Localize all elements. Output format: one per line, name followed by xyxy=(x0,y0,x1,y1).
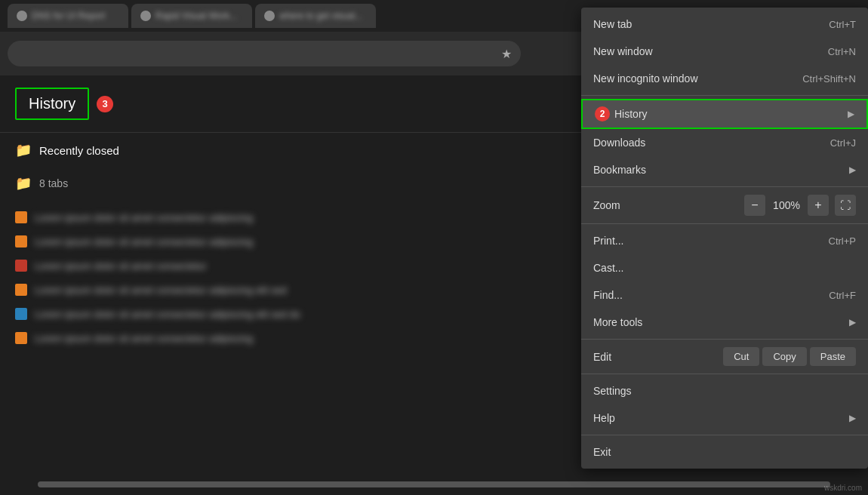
main-content: History 3 Ctrl+H 📁 Recently closed 📁 8 t… xyxy=(0,75,868,495)
menu-item-help[interactable]: Help ▶ xyxy=(581,404,868,432)
menu-item-label: More tools xyxy=(593,316,843,328)
menu-item-exit[interactable]: Exit xyxy=(581,438,868,466)
menu-item-settings[interactable]: Settings xyxy=(581,377,868,404)
site-icon xyxy=(15,235,27,247)
menu-divider xyxy=(581,339,868,340)
menu-item-find[interactable]: Find... Ctrl+F xyxy=(581,281,868,309)
menu-divider xyxy=(581,95,868,96)
site-icon xyxy=(15,308,27,320)
site-icon xyxy=(15,332,27,344)
site-icon xyxy=(15,284,27,296)
menu-item-label: Settings xyxy=(593,385,856,397)
menu-item-label: Find... xyxy=(593,289,829,301)
edit-label: Edit xyxy=(593,351,720,363)
site-icon xyxy=(15,260,27,272)
plus-icon: + xyxy=(814,198,821,212)
tab-3-favicon xyxy=(264,11,275,21)
paste-label: Paste xyxy=(820,351,845,362)
zoom-value: 100% xyxy=(771,199,802,211)
history-title: History xyxy=(15,88,89,120)
chrome-menu: New tab Ctrl+T New window Ctrl+N New inc… xyxy=(581,8,868,469)
tab-1[interactable]: DNS for UI Report xyxy=(8,4,128,28)
more-tools-arrow-icon: ▶ xyxy=(849,317,856,327)
site-icon xyxy=(15,211,27,223)
menu-item-new-incognito[interactable]: New incognito window Ctrl+Shift+N xyxy=(581,65,868,92)
menu-shortcut: Ctrl+N xyxy=(828,46,856,57)
tabs-folder-icon: 📁 xyxy=(15,175,32,192)
menu-item-label: Bookmarks xyxy=(593,164,843,176)
menu-shortcut: Ctrl+T xyxy=(829,19,856,30)
zoom-minus-button[interactable]: − xyxy=(744,195,765,216)
copy-label: Copy xyxy=(773,351,796,362)
help-arrow-icon: ▶ xyxy=(849,413,856,423)
recently-closed-label: Recently closed xyxy=(39,144,119,157)
menu-item-label: Downloads xyxy=(593,137,830,149)
menu-shortcut: Ctrl+P xyxy=(829,235,856,247)
menu-item-more-tools[interactable]: More tools ▶ xyxy=(581,309,868,336)
menu-divider xyxy=(581,435,868,435)
fullscreen-button[interactable]: ⛶ xyxy=(835,195,856,216)
tab-1-label: DNS for UI Report xyxy=(32,11,105,21)
menu-item-label: Exit xyxy=(593,446,856,458)
tab-2-favicon xyxy=(140,11,151,21)
zoom-plus-button[interactable]: + xyxy=(808,195,829,216)
menu-shortcut: Ctrl+F xyxy=(829,290,856,301)
menu-item-label: New incognito window xyxy=(593,72,802,85)
menu-item-label: New tab xyxy=(593,18,829,30)
minus-icon: − xyxy=(751,198,758,212)
tab-2-label: Rapid Visual Work... xyxy=(155,11,237,21)
edit-row: Edit Cut Copy Paste xyxy=(581,343,868,370)
history-menu-badge: 2 xyxy=(595,106,610,121)
menu-item-downloads[interactable]: Downloads Ctrl+J xyxy=(581,129,868,156)
tab-1-favicon xyxy=(17,11,27,21)
paste-button[interactable]: Paste xyxy=(810,347,856,366)
cut-label: Cut xyxy=(734,351,749,362)
menu-shortcut: Ctrl+J xyxy=(830,137,856,149)
zoom-label: Zoom xyxy=(593,199,738,211)
menu-divider xyxy=(581,223,868,224)
menu-divider xyxy=(581,186,868,187)
menu-item-new-tab[interactable]: New tab Ctrl+T xyxy=(581,11,868,38)
tabs-label: 8 tabs xyxy=(39,177,68,189)
watermark: wskdri.com xyxy=(824,484,862,492)
menu-item-label: Cast... xyxy=(593,262,856,274)
menu-item-label: History xyxy=(614,108,842,120)
star-icon: ★ xyxy=(501,47,512,61)
scrollbar[interactable] xyxy=(38,481,830,487)
menu-item-cast[interactable]: Cast... xyxy=(581,254,868,281)
fullscreen-icon: ⛶ xyxy=(840,199,851,211)
tab-2[interactable]: Rapid Visual Work... xyxy=(131,4,252,28)
menu-item-label: New window xyxy=(593,45,828,57)
bookmarks-arrow-icon: ▶ xyxy=(849,164,856,175)
tab-3[interactable]: where to get visual... xyxy=(255,4,376,28)
menu-item-new-window[interactable]: New window Ctrl+N xyxy=(581,38,868,65)
menu-item-label: Help xyxy=(593,412,843,424)
menu-shortcut: Ctrl+Shift+N xyxy=(802,73,856,85)
menu-item-history[interactable]: 2 History ▶ xyxy=(581,99,868,129)
cut-button[interactable]: Cut xyxy=(723,347,759,366)
menu-divider xyxy=(581,374,868,374)
history-arrow-icon: ▶ xyxy=(848,109,854,119)
zoom-row: Zoom − 100% + ⛶ xyxy=(581,190,868,220)
menu-item-bookmarks[interactable]: Bookmarks ▶ xyxy=(581,156,868,183)
history-badge: 3 xyxy=(97,96,113,112)
menu-item-print[interactable]: Print... Ctrl+P xyxy=(581,227,868,254)
url-bar[interactable]: ★ xyxy=(8,41,521,66)
folder-icon: 📁 xyxy=(15,142,32,158)
tab-3-label: where to get visual... xyxy=(279,11,362,21)
menu-item-label: Print... xyxy=(593,235,829,247)
copy-button[interactable]: Copy xyxy=(762,347,806,366)
